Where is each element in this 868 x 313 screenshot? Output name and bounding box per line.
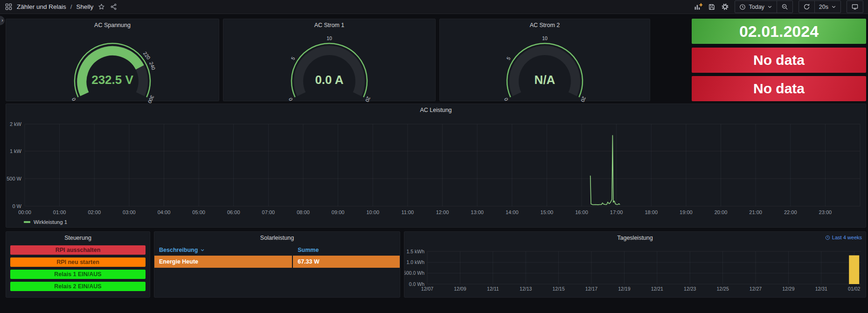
- panel-title[interactable]: AC Leistung: [6, 104, 866, 116]
- panel-title[interactable]: Steuerung: [6, 232, 150, 243]
- gauge-tick-label: 20: [364, 96, 372, 103]
- kiosk-mode-button[interactable]: [847, 0, 863, 13]
- breadcrumb-separator: /: [70, 3, 72, 10]
- legend-label: Wirkleistung 1: [34, 219, 67, 225]
- gauge-tick-label: 220: [142, 51, 152, 61]
- svg-text:12/23: 12/23: [684, 286, 696, 292]
- svg-text:1 kW: 1 kW: [10, 148, 22, 154]
- panel-ac-strom-1: AC Strom 1 051020 0.0 A: [223, 19, 436, 101]
- steuerung-button-relais-2-ein-aus[interactable]: Relais 2 EIN/AUS: [10, 282, 146, 291]
- panel-title[interactable]: AC Strom 1: [223, 19, 435, 31]
- table-header-row: Beschreibung Summe: [154, 244, 400, 256]
- time-override-label: Last 4 weeks: [832, 235, 862, 240]
- settings-gear-icon[interactable]: [721, 1, 729, 13]
- svg-text:19:00: 19:00: [680, 209, 693, 215]
- panel-title[interactable]: AC Spannung: [6, 19, 219, 31]
- breadcrumb: Zähler und Relais / Shelly: [5, 3, 118, 11]
- refresh-icon: [803, 3, 810, 10]
- refresh-controls: 20s: [799, 0, 841, 13]
- svg-text:2 kW: 2 kW: [10, 121, 22, 127]
- stat-no-data-panel-1: No data: [692, 48, 866, 73]
- svg-text:03:00: 03:00: [123, 209, 136, 215]
- svg-text:20:00: 20:00: [715, 209, 728, 215]
- svg-text:12/27: 12/27: [750, 286, 762, 292]
- gauge-tick-label: 5: [290, 56, 296, 61]
- refresh-button[interactable]: [799, 1, 814, 13]
- svg-text:17:00: 17:00: [610, 209, 623, 215]
- svg-text:12/21: 12/21: [651, 286, 663, 292]
- stat-no-data-panel-2: No data: [692, 76, 866, 101]
- refresh-interval-label: 20s: [819, 4, 828, 10]
- panel-title[interactable]: AC Strom 2: [440, 19, 650, 31]
- star-icon[interactable]: [97, 3, 105, 11]
- svg-text:06:00: 06:00: [227, 209, 240, 215]
- column-header-summe[interactable]: Summe: [293, 247, 400, 253]
- cell-beschreibung: Energie Heute: [154, 256, 293, 268]
- breadcrumb-page: Shelly: [76, 3, 94, 10]
- svg-text:12/17: 12/17: [585, 286, 597, 292]
- svg-text:02:00: 02:00: [88, 209, 101, 215]
- gauge-tick-label: 10: [326, 35, 332, 41]
- steuerung-button-rpi-ausschalten[interactable]: RPI ausschalten: [10, 245, 146, 255]
- svg-text:500.0 Wh: 500.0 Wh: [404, 270, 424, 276]
- svg-text:08:00: 08:00: [297, 209, 310, 215]
- gauge-tick-label: 0: [503, 97, 509, 102]
- chevron-down-icon: [831, 4, 836, 9]
- gauge-value: 0.0 A: [252, 73, 406, 87]
- clock-icon: [739, 4, 746, 10]
- panel-title[interactable]: Tagesleistung: [404, 232, 866, 243]
- chevron-down-icon: [767, 4, 772, 9]
- panel-solarleistung: Solarleistung Beschreibung Summe Energie…: [154, 231, 400, 298]
- svg-text:15:00: 15:00: [541, 209, 554, 215]
- svg-text:0 W: 0 W: [12, 203, 21, 209]
- svg-text:12/31: 12/31: [815, 286, 827, 292]
- cell-summe: 67.33 W: [293, 256, 400, 268]
- svg-text:500 W: 500 W: [7, 176, 21, 181]
- top-navigation-bar: Zähler und Relais / Shelly: [0, 0, 868, 14]
- panel-time-override-link[interactable]: Last 4 weeks: [825, 235, 862, 240]
- svg-text:13:00: 13:00: [471, 209, 484, 215]
- svg-text:12/19: 12/19: [618, 286, 630, 292]
- refresh-interval-dropdown[interactable]: 20s: [815, 1, 840, 13]
- gauge-value: 232.5 V: [35, 73, 189, 87]
- breadcrumb-dashboard-link[interactable]: Zähler und Relais: [17, 3, 66, 10]
- save-dashboard-button[interactable]: [708, 1, 715, 13]
- gauge-tick-labels: 051020: [468, 30, 622, 100]
- sort-chevron-down-icon: [200, 248, 205, 252]
- table-row: Energie Heute 67.33 W: [154, 256, 400, 268]
- time-range-picker[interactable]: Today: [735, 1, 776, 13]
- legend-color-marker: [24, 221, 30, 223]
- svg-text:12:00: 12:00: [436, 209, 449, 215]
- panel-title[interactable]: Solarleistung: [154, 232, 400, 243]
- gauge-tick-label: 5: [506, 56, 512, 61]
- steuerung-button-list: RPI ausschaltenRPI neu startenRelais 1 E…: [6, 243, 150, 291]
- svg-text:21:00: 21:00: [749, 209, 762, 215]
- svg-text:12/29: 12/29: [782, 286, 794, 292]
- panel-steuerung: Steuerung RPI ausschaltenRPI neu starten…: [6, 231, 150, 298]
- solar-table: Beschreibung Summe Energie Heute 67.33 W: [154, 244, 400, 268]
- legend-item-wirkleistung-1[interactable]: Wirkleistung 1: [24, 219, 67, 225]
- svg-text:12/25: 12/25: [716, 286, 729, 292]
- steuerung-button-rpi-neu-starten[interactable]: RPI neu starten: [10, 257, 146, 267]
- time-range-controls: Today: [735, 0, 792, 13]
- column-header-beschreibung[interactable]: Beschreibung: [154, 247, 293, 253]
- add-panel-button[interactable]: [694, 1, 702, 13]
- share-icon[interactable]: [110, 3, 118, 11]
- svg-text:14:00: 14:00: [506, 209, 519, 215]
- svg-text:09:00: 09:00: [332, 209, 345, 215]
- svg-text:22:00: 22:00: [784, 209, 797, 215]
- gauge-tick-label: 300: [147, 94, 155, 104]
- sidebar-expand-arrow[interactable]: ›: [0, 16, 5, 25]
- gauge-tick-label: 0: [70, 97, 76, 102]
- svg-text:12/07: 12/07: [421, 286, 433, 292]
- apps-grid-icon[interactable]: [5, 3, 13, 11]
- panel-ac-leistung: 0 W500 W1 kW2 kW00:0001:0002:0003:0004:0…: [6, 104, 866, 228]
- clock-icon: [825, 235, 830, 240]
- svg-text:1.5 kWh: 1.5 kWh: [406, 249, 424, 254]
- svg-text:01:00: 01:00: [53, 209, 66, 215]
- svg-text:00:00: 00:00: [18, 209, 31, 215]
- zoom-out-time-button[interactable]: [777, 1, 792, 13]
- steuerung-button-relais-1-ein-aus[interactable]: Relais 1 EIN/AUS: [10, 270, 146, 279]
- svg-text:05:00: 05:00: [192, 209, 205, 215]
- svg-text:10:00: 10:00: [366, 209, 379, 215]
